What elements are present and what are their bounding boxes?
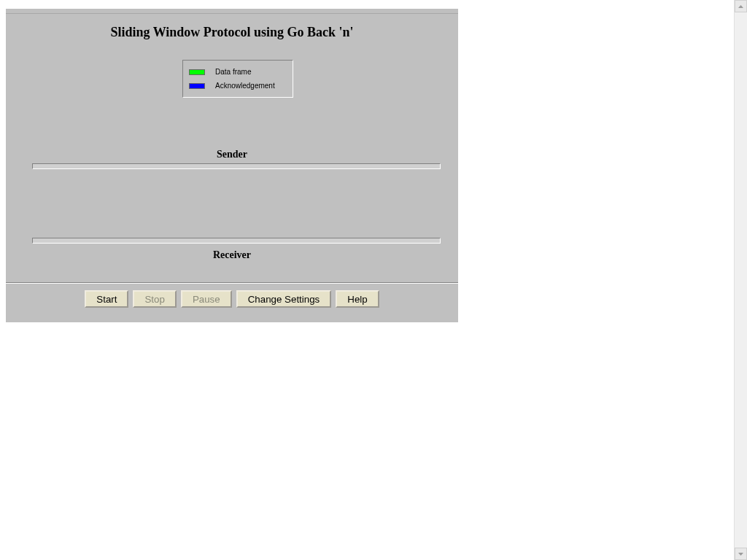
- sender-label: Sender: [6, 149, 458, 160]
- receiver-label: Receiver: [6, 249, 458, 261]
- data-frame-swatch-icon: [189, 69, 205, 75]
- legend-label-ack: Acknowledgement: [215, 82, 275, 90]
- ack-swatch-icon: [189, 83, 205, 89]
- separator: [6, 282, 458, 284]
- button-bar: Start Stop Pause Change Settings Help: [6, 290, 458, 308]
- legend-row-data-frame: Data frame: [189, 65, 287, 79]
- legend-row-ack: Acknowledgement: [189, 79, 287, 93]
- stop-button[interactable]: Stop: [133, 290, 176, 308]
- applet-panel: Sliding Window Protocol using Go Back 'n…: [6, 9, 458, 322]
- help-button[interactable]: Help: [336, 290, 379, 308]
- top-bar: [6, 9, 458, 14]
- legend-label-data-frame: Data frame: [215, 68, 251, 76]
- pause-button[interactable]: Pause: [181, 290, 232, 308]
- scroll-up-icon[interactable]: [735, 0, 747, 12]
- receiver-track: [32, 238, 441, 244]
- sender-track: [32, 163, 441, 169]
- start-button[interactable]: Start: [85, 290, 128, 308]
- legend-box: Data frame Acknowledgement: [182, 60, 293, 98]
- vertical-scrollbar[interactable]: [734, 0, 747, 560]
- change-settings-button[interactable]: Change Settings: [236, 290, 332, 308]
- scroll-down-icon[interactable]: [735, 548, 747, 560]
- page-title: Sliding Window Protocol using Go Back 'n…: [6, 25, 458, 40]
